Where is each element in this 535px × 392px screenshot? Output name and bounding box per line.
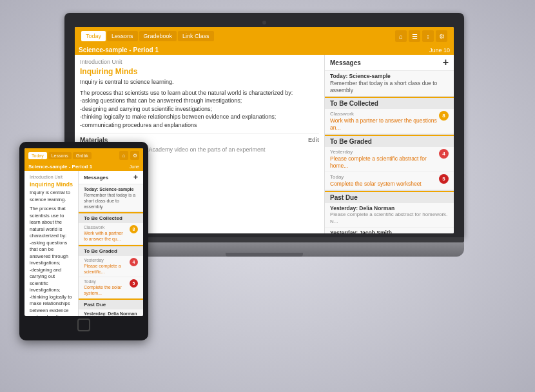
tablet-tab-gradebook[interactable]: Grdbk [73,152,92,159]
past-due-section: Past Due Yesterday: Delia Norman Please … [325,191,454,233]
tablet-unit: Introduction Unit [30,175,73,179]
today-badge: 5 [439,174,449,184]
tablet-intro: Inquiry is central to science learning. [30,190,73,203]
nav-tabs: Today Lessons Gradebook Link Class [81,31,214,41]
past-due-name-1: Yesterday: Delia Norman [330,205,449,211]
tablet-yesterday[interactable]: Yesterday Please complete a scientific..… [79,256,143,277]
message-item: Today: Science-sample Remember that toda… [325,71,454,96]
app-small: Today Lessons Grdbk ⌂ ⚙ Science-sample -… [24,148,143,316]
tablet-nav-tabs: Today Lessons Grdbk [28,152,92,159]
past-due-item-2[interactable]: Yesterday: Jacob Smith Please complete a… [325,228,454,233]
tablet-msg-text: Remember that today is a short class due… [84,192,138,210]
today-graded-text: Complete the solar system worksheet [330,181,422,188]
tablet-classwork[interactable]: Classwork Work with a partner to answer … [79,223,143,244]
classwork-label: Classwork [330,111,437,117]
today-graded-item[interactable]: Today Complete the solar system workshee… [325,172,454,190]
body-text: The process that scientists use to learn… [80,89,319,130]
message-text: Remember that today is a short class due… [330,80,449,94]
edit-link[interactable]: Edit [308,137,319,143]
past-due-bar: Past Due [325,191,454,203]
messages-title: Messages [330,59,361,66]
to-be-graded-section: To Be Graded Yesterday Please complete a… [325,135,454,191]
tablet-home-button[interactable] [77,318,90,331]
tablet-messages-title: Messages [84,175,108,181]
intro-text: Inquiry is central to science learning. [80,78,319,86]
classwork-item[interactable]: Classwork Work with a partner to answer … [325,109,454,134]
tablet-subheader: Science-sample - Period 1 June [24,162,143,171]
tab-gradebook[interactable]: Gradebook [139,31,177,41]
tablet-tab-lessons[interactable]: Lessons [48,152,72,159]
tab-lessons[interactable]: Lessons [107,31,138,41]
tablet-message: Today: Science-sample Remember that toda… [79,184,143,211]
app-subheader: Science-sample - Period 1 June 10 [75,45,454,55]
tablet-home-icon[interactable]: ⌂ [119,151,128,160]
classwork-badge: 8 [439,111,449,121]
tablet-section-title: Inquiring Minds [30,181,73,188]
tablet-nav-icons: ⌂ ⚙ [119,151,139,160]
tablet-graded-bar: To Be Graded [79,245,143,256]
classwork-text: Work with a partner to answer the questi… [330,117,437,132]
past-due-text-1: Please complete a scientific abstract fo… [330,211,449,225]
tablet-bezel: Today Lessons Grdbk ⌂ ⚙ Science-sample -… [19,142,148,340]
tablet-main-content: Introduction Unit Inquiring Minds Inquir… [24,171,79,316]
messages-section: Messages + Today: Science-sample Remembe… [325,55,454,97]
tablet: Today Lessons Grdbk ⌂ ⚙ Science-sample -… [19,142,148,340]
to-be-graded-bar: To Be Graded [325,135,454,147]
unit-label: Introduction Unit [80,59,319,65]
chart-icon[interactable]: ↕ [422,30,434,42]
app-header: Today Lessons Gradebook Link Class ⌂ ☰ ↕… [75,27,454,45]
yesterday-badge: 4 [439,149,449,159]
messages-header: Messages + [325,55,454,71]
scene: Today Lessons Gradebook Link Class ⌂ ☰ ↕… [0,0,535,392]
tablet-past-due-1[interactable]: Yesterday: Delia Norman Please complete … [79,309,143,316]
yesterday-graded-text: Please complete a scientific abstract fo… [330,155,437,170]
date-label: June 10 [429,47,450,54]
tablet-messages-header: Messages + [79,171,143,184]
tablet-screen: Today Lessons Grdbk ⌂ ⚙ Science-sample -… [24,148,143,316]
to-be-collected-bar: To Be Collected [325,97,454,109]
tablet-body: The process that scientists use to learn… [30,206,73,316]
tablet-collected-bar: To Be Collected [79,212,143,223]
today-graded-label: Today [330,174,422,180]
yesterday-graded-item[interactable]: Yesterday Please complete a scientific a… [325,147,454,172]
tablet-tab-today[interactable]: Today [28,152,47,159]
class-title: Science-sample - Period 1 [79,46,159,54]
yesterday-graded-label: Yesterday [330,149,437,155]
tablet-date: June [130,164,139,169]
bookmark-icon[interactable]: ☰ [409,30,420,42]
tab-today[interactable]: Today [81,31,106,41]
past-due-item-1[interactable]: Yesterday: Delia Norman Please complete … [325,203,454,228]
tablet-messages-section: Messages + Today: Science-sample Remembe… [79,171,143,212]
tablet-add-btn[interactable]: + [133,173,138,181]
home-icon[interactable]: ⌂ [395,30,407,42]
add-message-button[interactable]: + [443,57,449,68]
tablet-class-title: Science-sample - Period 1 [28,164,92,170]
tablet-app-header: Today Lessons Grdbk ⌂ ⚙ [24,148,143,162]
gear-icon[interactable]: ⚙ [436,30,447,42]
past-due-name-2: Yesterday: Jacob Smith [330,230,449,233]
nav-icons: ⌂ ☰ ↕ ⚙ [395,30,447,42]
tablet-today[interactable]: Today Complete the solar system... 5 [79,277,143,299]
tablet-gear-icon[interactable]: ⚙ [130,151,139,160]
tab-link-class[interactable]: Link Class [178,31,214,41]
message-sender: Today: Science-sample [330,73,449,80]
to-be-collected-section: To Be Collected Classwork Work with a pa… [325,97,454,135]
tablet-sidebar: Messages + Today: Science-sample Remembe… [79,171,143,316]
tablet-past-due-bar: Past Due [79,299,143,309]
tablet-sender: Today: Science-sample [84,186,138,192]
section-title: Inquiring Minds [80,67,319,76]
sidebar: Messages + Today: Science-sample Remembe… [325,55,454,233]
tablet-app-body: Introduction Unit Inquiring Minds Inquir… [24,171,143,316]
